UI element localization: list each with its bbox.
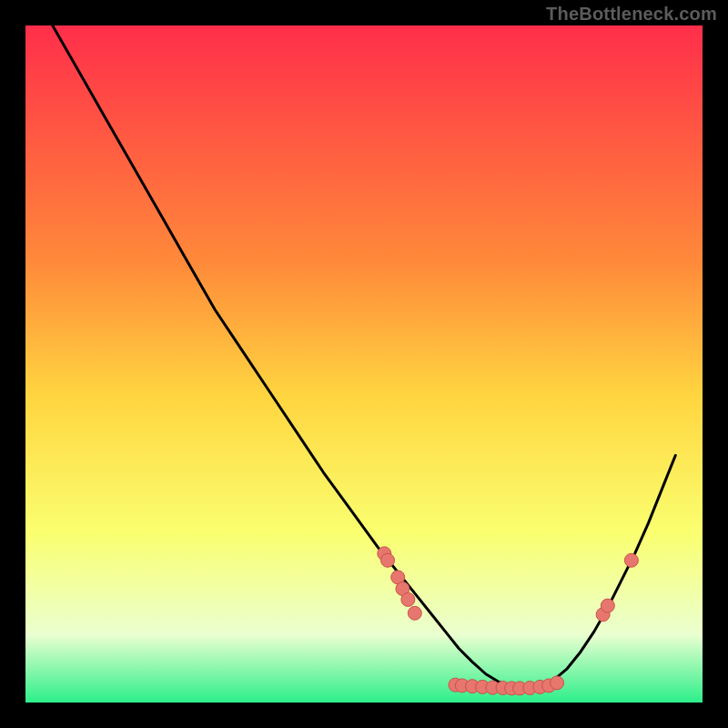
- data-marker: [381, 553, 395, 567]
- data-marker: [401, 592, 415, 606]
- data-marker: [601, 599, 614, 612]
- chart-frame: TheBottleneck.com: [0, 0, 728, 728]
- data-marker: [551, 676, 564, 690]
- gradient-background: [25, 25, 703, 703]
- attribution-text: TheBottleneck.com: [546, 4, 717, 25]
- data-marker: [408, 606, 421, 620]
- data-marker: [624, 553, 638, 567]
- plot-area: [25, 25, 703, 703]
- chart-svg: [25, 25, 703, 703]
